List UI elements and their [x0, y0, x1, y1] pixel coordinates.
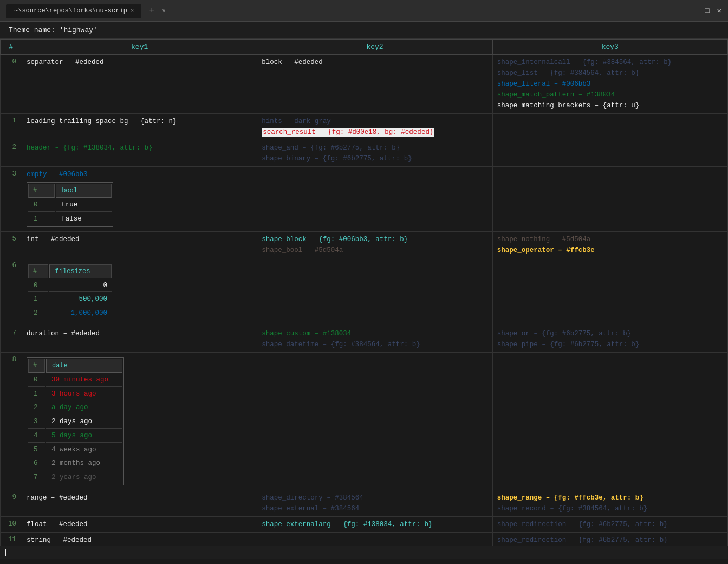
inner-table-row: 1 3 hours ago: [28, 388, 122, 401]
key2-cell: [257, 352, 492, 490]
key3-cell: [492, 140, 727, 167]
key1-cell: float – #ededed: [22, 516, 257, 532]
col-header-key1: key1: [22, 40, 257, 55]
key3-cell: [492, 167, 727, 232]
key1-cell: # date 0 30 minutes ago 1 3 hours: [22, 352, 257, 490]
table-row: 2 header – {fg: #138034, attr: b} shape_…: [1, 140, 728, 167]
inner-table-row: 1 false: [28, 213, 112, 225]
row-index: 11: [1, 532, 22, 546]
table-row: 3 empty – #006bb3 # bool 0: [1, 167, 728, 232]
key1-cell: separator – #ededed: [22, 55, 257, 114]
key2-cell: shape_custom – #138034 shape_datetime – …: [257, 326, 492, 352]
row-index: 2: [1, 140, 22, 167]
row-index: 10: [1, 516, 22, 532]
inner-table-row: 1 500,000: [28, 293, 112, 306]
key2-cell: [257, 532, 492, 546]
inner-table-row: 2 1,000,000: [28, 307, 112, 320]
cursor: [5, 549, 6, 556]
inner-table-row: 5 4 weeks ago: [28, 444, 122, 457]
inner-table-row: 0 true: [28, 199, 112, 212]
bottom-bar: [0, 546, 728, 559]
key1-cell: range – #ededed: [22, 490, 257, 516]
theme-name-text: Theme name: 'highway': [9, 26, 98, 34]
nested-filesizes-table: # filesizes 0 0 1 500,000: [27, 263, 113, 321]
key2-cell: [257, 258, 492, 326]
row-index: 0: [1, 55, 22, 114]
key3-cell: shape_redirection – {fg: #6b2775, attr: …: [492, 532, 727, 546]
inner-table-row: 7 2 years ago: [28, 471, 122, 484]
row-index: 7: [1, 326, 22, 352]
title-bar: ~\source\repos\forks\nu-scrip × + ∨ — □ …: [0, 0, 728, 22]
table-row: 0 separator – #ededed block – #ededed sh…: [1, 55, 728, 114]
key2-cell: block – #ededed: [257, 55, 492, 114]
key1-cell: string – #ededed: [22, 532, 257, 546]
table-row: 1 leading_trailing_space_bg – {attr: n} …: [1, 114, 728, 140]
nested-bool-table: # bool 0 true 1 false: [27, 182, 113, 227]
row-index: 3: [1, 167, 22, 232]
key3-cell: shape_range – {fg: #ffcb3e, attr: b} sha…: [492, 490, 727, 516]
key3-cell: [492, 352, 727, 490]
search-result-highlight: search_result – {fg: #d00e18, bg: #edede…: [262, 128, 434, 137]
table-row: 5 int – #ededed shape_block – {fg: #006b…: [1, 231, 728, 258]
row-index: 6: [1, 258, 22, 326]
inner-table-row: 0 0: [28, 280, 112, 293]
inner-table-row: 6 2 months ago: [28, 457, 122, 470]
close-window-button[interactable]: ✕: [717, 6, 722, 15]
table-row: 11 string – #ededed shape_redirection – …: [1, 532, 728, 546]
table-row: 10 float – #ededed shape_externalarg – {…: [1, 516, 728, 532]
key1-cell: header – {fg: #138034, attr: b}: [22, 140, 257, 167]
nested-duration-table: # date 0 30 minutes ago 1 3 hours: [27, 357, 124, 485]
table-row: 8 # date 0 30 minutes ago: [1, 352, 728, 490]
key2-cell: shape_block – {fg: #006bb3, attr: b} sha…: [257, 231, 492, 258]
col-header-index: #: [1, 40, 22, 55]
data-table: # key1 key2 key3 0 separator – #ededed b…: [0, 39, 728, 546]
table-row: 6 # filesizes 0 0: [1, 258, 728, 326]
new-tab-button[interactable]: +: [146, 6, 158, 16]
window-controls: — □ ✕: [693, 6, 722, 15]
theme-name-bar: Theme name: 'highway': [0, 22, 728, 39]
tab-bar: ~\source\repos\forks\nu-scrip × + ∨: [6, 4, 693, 18]
tab-label: ~\source\repos\forks\nu-scrip: [14, 7, 127, 15]
key3-cell: shape_nothing – #5d504a shape_operator –…: [492, 231, 727, 258]
inner-table-row: 2 a day ago: [28, 401, 122, 414]
key3-cell: shape_or – {fg: #6b2775, attr: b} shape_…: [492, 326, 727, 352]
key2-cell: [257, 167, 492, 232]
key3-cell: [492, 114, 727, 140]
key1-cell: duration – #ededed: [22, 326, 257, 352]
key2-cell: shape_and – {fg: #6b2775, attr: b} shape…: [257, 140, 492, 167]
tab-close-button[interactable]: ×: [131, 8, 134, 14]
restore-button[interactable]: □: [705, 7, 709, 15]
tab-dropdown-button[interactable]: ∨: [162, 7, 166, 15]
key1-cell: empty – #006bb3 # bool 0 true: [22, 167, 257, 232]
row-index: 1: [1, 114, 22, 140]
key1-cell: int – #ededed: [22, 231, 257, 258]
key2-cell: shape_externalarg – {fg: #138034, attr: …: [257, 516, 492, 532]
row-index: 9: [1, 490, 22, 516]
inner-table-row: 0 30 minutes ago: [28, 374, 122, 387]
row-index: 8: [1, 352, 22, 490]
key2-cell: hints – dark_gray search_result – {fg: #…: [257, 114, 492, 140]
inner-table-row: 4 5 days ago: [28, 430, 122, 443]
table-row: 9 range – #ededed shape_directory – #384…: [1, 490, 728, 516]
key2-cell: shape_directory – #384564 shape_external…: [257, 490, 492, 516]
inner-table-row: 3 2 days ago: [28, 416, 122, 429]
col-header-key3: key3: [492, 40, 727, 55]
col-header-key2: key2: [257, 40, 492, 55]
key3-cell: shape_internalcall – {fg: #384564, attr:…: [492, 55, 727, 114]
minimize-button[interactable]: —: [693, 7, 697, 15]
key1-cell: # filesizes 0 0 1 500,000: [22, 258, 257, 326]
key3-cell: shape_redirection – {fg: #6b2775, attr: …: [492, 516, 727, 532]
table-row: 7 duration – #ededed shape_custom – #138…: [1, 326, 728, 352]
row-index: 5: [1, 231, 22, 258]
main-content: # key1 key2 key3 0 separator – #ededed b…: [0, 39, 728, 546]
active-tab[interactable]: ~\source\repos\forks\nu-scrip ×: [6, 4, 141, 18]
key3-cell: [492, 258, 727, 326]
key1-cell: leading_trailing_space_bg – {attr: n}: [22, 114, 257, 140]
